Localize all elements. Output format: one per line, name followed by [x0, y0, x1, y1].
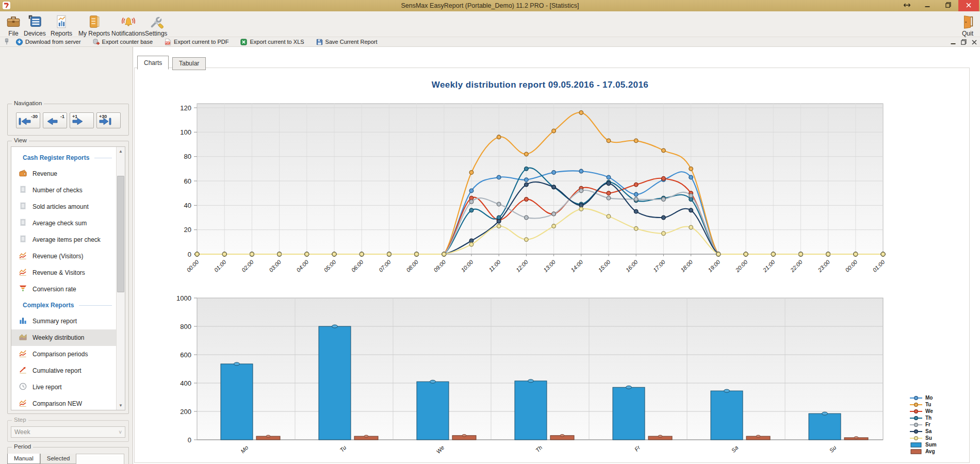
svg-text:600: 600 [180, 351, 191, 359]
clock-icon [19, 382, 27, 392]
line-chart-icon [19, 251, 27, 261]
svg-text:15:00: 15:00 [597, 258, 612, 273]
report-group-header: Cash Register Reports [11, 150, 116, 165]
report-item-revenue[interactable]: Revenue [11, 165, 116, 182]
titlebar: SensMax EasyReport (Portable_Demo) 11.2 … [0, 0, 980, 11]
drag-horizontal-icon [904, 2, 910, 9]
report-item-revenue-visitors[interactable]: Revenue & Visitors [11, 264, 116, 281]
svg-text:200: 200 [180, 408, 191, 416]
report-group-header-label: Complex Reports [23, 302, 74, 309]
scroll-down-icon[interactable]: ▼ [117, 401, 125, 410]
toolbar-item-export-counter-base[interactable]: Export counter base [92, 38, 153, 46]
svg-text:03:00: 03:00 [268, 258, 283, 273]
step-select[interactable]: Week ˅ [11, 426, 125, 438]
bar-chart-icon [19, 316, 27, 326]
ribbon-item-label: Reports [51, 30, 72, 37]
charts-canvas: 02040608010012000:0001:0002:0003:0004:00… [133, 68, 980, 464]
nav-button-minus30[interactable]: -30 [16, 112, 40, 128]
report-item-summary-report[interactable]: Summary report [11, 313, 116, 329]
tab-manual[interactable]: Manual [7, 454, 40, 464]
mdi-close-button[interactable] [972, 38, 977, 47]
legend-box-swatch [909, 449, 923, 454]
svg-text:04:00: 04:00 [295, 258, 310, 273]
toolbar-item-label: Save Current Report [325, 39, 378, 45]
svg-text:10:00: 10:00 [460, 258, 475, 273]
step-label: Step [12, 417, 28, 423]
ribbon-item-notifications[interactable]: Notifications [111, 13, 145, 37]
briefcase-icon [4, 13, 23, 29]
legend-line-swatch [909, 409, 923, 414]
window-close-button[interactable] [958, 0, 979, 11]
report-item-conversion-rate[interactable]: Conversion rate [11, 281, 116, 297]
mdi-minimize-button[interactable] [951, 38, 956, 47]
window-maximize-button[interactable] [938, 0, 958, 11]
report-item-sold-articles-amount[interactable]: Sold articles amount [11, 198, 116, 215]
toolbar-item-save-current-report[interactable]: Save Current Report [316, 38, 378, 46]
svg-text:Th: Th [534, 444, 544, 454]
list-scrollbar[interactable]: ▲ ▼ [116, 147, 125, 410]
view-group: View Cash Register ReportsRevenueNumber … [7, 141, 129, 414]
nav-button-plus1[interactable]: +1 [70, 112, 94, 128]
svg-text:14:00: 14:00 [569, 258, 584, 273]
legend-line-swatch [909, 429, 923, 434]
xls-icon [240, 38, 248, 46]
report-item-revenue-visitors-[interactable]: Revenue (Visitors) [11, 248, 116, 264]
report-item-comparison-periods[interactable]: Comparison periods [11, 346, 116, 362]
mdi-restore-button[interactable] [961, 38, 967, 47]
sidebar: Navigation -30-1+1+30 View Cash Register… [0, 47, 133, 464]
legend-item-label: Tu [925, 402, 931, 407]
legend-item-label: Sa [925, 428, 932, 434]
legend-line-swatch [909, 402, 923, 407]
window-minimize-button[interactable] [917, 0, 938, 11]
toolbar-item-download-from-server[interactable]: Download from server [15, 38, 81, 46]
legend-box-swatch [909, 442, 923, 448]
pin-icon[interactable] [3, 38, 10, 45]
report-item-weekly-distribution[interactable]: Weekly distribution [11, 329, 116, 346]
svg-text:60: 60 [184, 177, 191, 185]
toolbar-item-export-current-to-pdf[interactable]: PDFExport current to PDF [164, 38, 228, 46]
report-item-comparison-new[interactable]: Comparison NEW [11, 395, 116, 410]
svg-text:08:00: 08:00 [405, 258, 420, 273]
ribbon-item-file[interactable]: File [4, 13, 23, 37]
legend-item-mo: Mo [909, 394, 937, 401]
report-item-live-report[interactable]: Live report [11, 379, 116, 395]
ribbon-item-my-reports[interactable]: My Reports [78, 13, 110, 37]
toolbar-item-export-current-to-xls[interactable]: Export current to XLS [240, 38, 304, 46]
report-item-average-check-sum[interactable]: Average check sum [11, 215, 116, 231]
report-item-label: Comparison periods [32, 351, 88, 358]
scroll-thumb[interactable] [117, 176, 124, 292]
ribbon-item-settings[interactable]: Settings [145, 13, 167, 37]
receipt-icon [19, 218, 27, 228]
nav-button-minus1[interactable]: -1 [43, 112, 67, 128]
svg-text:02:00: 02:00 [240, 258, 255, 273]
ribbon-item-label: Settings [145, 30, 167, 37]
tab-selected[interactable]: Selected [40, 454, 77, 464]
legend-item-label: Th [925, 415, 932, 421]
svg-text:11:00: 11:00 [487, 258, 502, 273]
report-item-label: Revenue (Visitors) [32, 253, 83, 260]
ribbon-item-label: My Reports [78, 30, 110, 37]
header-rule [79, 305, 112, 306]
view-label: View [12, 137, 29, 143]
nav-button-plus30[interactable]: +30 [96, 112, 121, 128]
svg-text:18:00: 18:00 [679, 258, 694, 273]
svg-text:Tu: Tu [338, 444, 347, 453]
tab-tabular[interactable]: Tabular [172, 57, 206, 70]
report-item-average-items-per-check[interactable]: Average items per check [11, 231, 116, 248]
report-item-label: Revenue & Visitors [32, 269, 85, 276]
window-drag-horizontal-button[interactable] [896, 0, 917, 11]
svg-text:0: 0 [188, 251, 191, 258]
report-item-number-of-checks[interactable]: Number of checks [11, 182, 116, 198]
tab-charts[interactable]: Charts [137, 56, 169, 70]
receipt-icon [19, 185, 27, 195]
ribbon-item-devices[interactable]: Devices [24, 13, 46, 37]
svg-text:We: We [435, 444, 445, 455]
report-item-label: Live report [32, 384, 62, 391]
report-item-cumulative-report[interactable]: Cumulative report [11, 362, 116, 379]
legend-item-we: We [909, 408, 937, 415]
scroll-up-icon[interactable]: ▲ [117, 147, 125, 156]
period-mode-tabs: ManualSelected [7, 454, 76, 464]
quit-button[interactable]: Quit [959, 13, 976, 37]
ribbon-item-reports[interactable]: Reports [51, 13, 72, 37]
report-item-label: Average items per check [32, 236, 101, 243]
